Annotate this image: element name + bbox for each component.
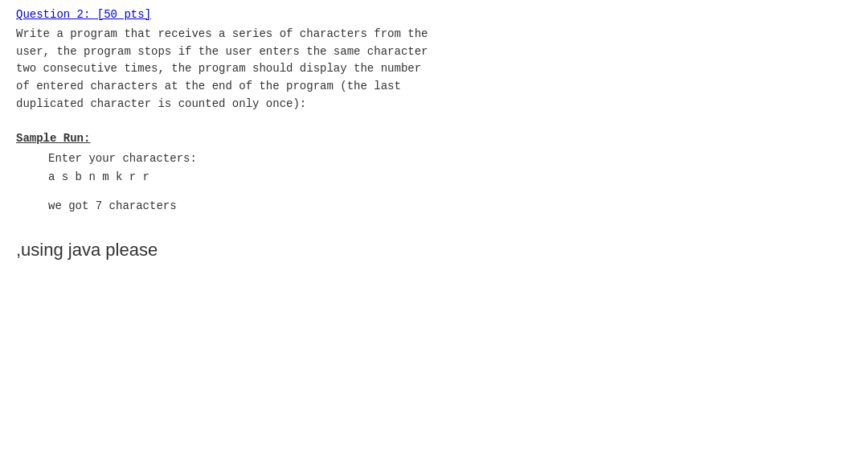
sample-run-gap (48, 186, 852, 197)
description-line3: two consecutive times, the program shoul… (16, 60, 852, 78)
description-line2: user, the program stops if the user ente… (16, 43, 852, 61)
sample-run-output: we got 7 characters (48, 197, 852, 215)
footer-text: ,using java please (16, 240, 852, 261)
question-link-wrapper: Question 2: [50 pts] (16, 6, 852, 26)
description-line5: duplicated character is counted only onc… (16, 96, 852, 113)
sample-run-input: a s b n m k r r (48, 168, 852, 186)
sample-run-section: Sample Run: Enter your characters: a s b… (16, 132, 852, 215)
sample-run-prompt: Enter your characters: (48, 150, 852, 167)
description-line1: Write a program that receives a series o… (16, 26, 852, 43)
question-link[interactable]: Question 2: [50 pts] (16, 8, 151, 21)
sample-run-title: Sample Run: (16, 132, 852, 145)
sample-run-content: Enter your characters: a s b n m k r r w… (16, 150, 852, 215)
description-block: Write a program that receives a series o… (16, 26, 852, 113)
description-line4: of entered characters at the end of the … (16, 78, 852, 96)
